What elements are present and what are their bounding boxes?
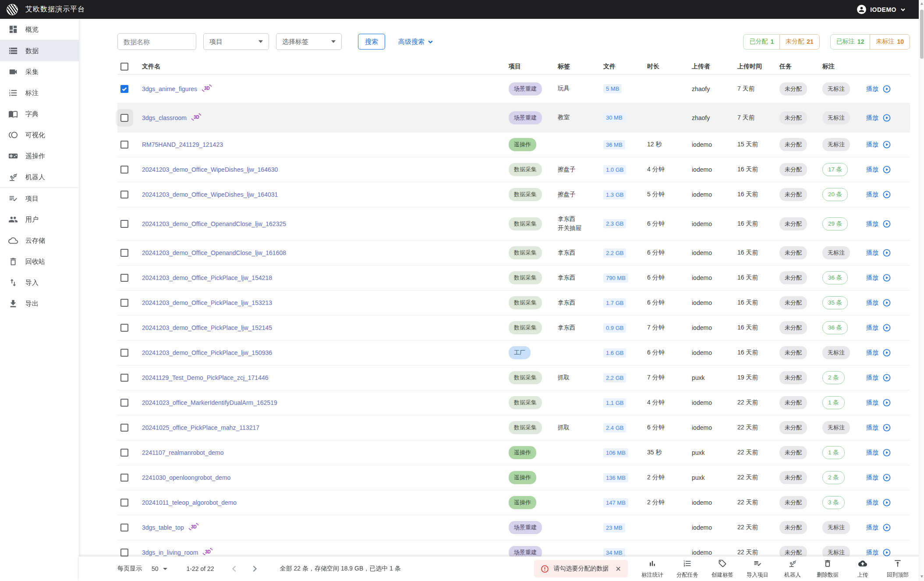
row-checkbox[interactable] [120,274,128,282]
sidebar-item-import[interactable]: 导入 [0,272,79,293]
row-checkbox[interactable] [120,524,128,531]
file-name-link[interactable]: 20241203_demo_Office_WipeDishes_ljw_1646… [142,166,278,173]
toast-close-button[interactable]: ✕ [616,565,621,573]
sidebar-item-user[interactable]: 用户 [0,209,79,230]
row-checkbox[interactable] [120,85,128,93]
per-page-select[interactable]: 50 [152,565,167,572]
sidebar-item-teleop[interactable]: 遥操作 [0,145,79,167]
file-size-link[interactable]: 2.2 GB [603,373,626,383]
play-button[interactable]: 播放 [866,220,910,228]
play-button[interactable]: 播放 [866,498,910,507]
play-button[interactable]: 播放 [866,113,910,122]
row-checkbox[interactable] [120,549,128,556]
play-button[interactable]: 播放 [866,373,910,382]
upload-button[interactable]: 上传 [845,559,880,579]
vertical-scrollbar[interactable] [919,0,924,581]
file-name-link[interactable]: 3dgs_table_top [142,524,184,531]
file-name-link[interactable]: 20241203_demo_Office_WipeDishes_ljw_1640… [142,191,278,198]
file-size-link[interactable]: 147 MB [603,498,628,507]
labeled-badge[interactable]: 已标注 12 [830,34,871,50]
play-button[interactable]: 播放 [866,248,910,257]
row-checkbox[interactable] [120,424,128,432]
play-button[interactable]: 播放 [866,548,910,556]
row-checkbox[interactable] [120,220,128,228]
sidebar-item-cloud-storage[interactable]: 云存储 [0,230,79,251]
unassigned-badge[interactable]: 未分配 21 [779,34,820,50]
file-name-link[interactable]: 20241023_office_MarkerIdentifyDualArm_16… [142,399,277,406]
scroll-up-arrow-icon[interactable] [920,2,923,5]
advanced-search-button[interactable]: 高级搜索 [398,38,433,46]
file-name-link[interactable]: RM75HAND_241129_121423 [142,141,223,148]
file-name-link[interactable]: 3dgs_in_living_room [142,549,198,556]
file-size-link[interactable]: 30 MB [603,113,625,122]
scrollbar-thumb[interactable] [920,10,924,59]
file-name-link[interactable]: 20241203_demo_Office_PickPlace_ljw_15214… [142,324,272,331]
play-button[interactable]: 播放 [866,523,910,532]
back-to-top-button[interactable]: 回到顶部 [880,559,915,579]
sidebar-item-visualization[interactable]: 可视化 [0,124,79,145]
assign-task-button[interactable]: 分配任务 [670,559,705,579]
sidebar-item-overview[interactable]: 概览 [0,19,79,40]
file-size-link[interactable]: 23 MB [603,523,625,532]
file-name-link[interactable]: 20241203_demo_Office_OpenandClose_ljw_16… [142,220,286,227]
robot-button[interactable]: 机器人 [775,559,810,579]
file-name-link[interactable]: 20241129_Test_Demo_PickPlace_zcj_171446 [142,374,269,381]
file-name-link[interactable]: 2241107_realmanrobot_demo [142,449,224,456]
file-size-link[interactable]: 5 MB [603,84,622,93]
row-checkbox[interactable] [120,141,128,149]
play-button[interactable]: 播放 [866,190,910,199]
file-size-link[interactable]: 790 MB [603,273,628,283]
sidebar-item-data[interactable]: 数据 [0,40,79,61]
data-name-input[interactable] [117,33,196,50]
play-button[interactable]: 播放 [866,423,910,432]
play-button[interactable]: 播放 [866,140,910,149]
file-size-link[interactable]: 2.3 GB [603,219,626,228]
file-size-link[interactable]: 1.6 GB [603,348,626,358]
file-name-link[interactable]: 20241011_teleop_algorobot_demo [142,499,237,506]
sidebar-item-annotate[interactable]: 标注 [0,82,79,103]
play-button[interactable]: 播放 [866,473,910,482]
file-name-link[interactable]: 3dgs_anime_figures [142,85,197,92]
row-checkbox[interactable] [120,191,128,198]
play-button[interactable]: 播放 [866,323,910,332]
sidebar-item-recycle-bin[interactable]: 回收站 [0,251,79,272]
row-checkbox[interactable] [120,499,128,507]
row-checkbox[interactable] [120,324,128,332]
play-button[interactable]: 播放 [866,348,910,357]
file-size-link[interactable]: 1.7 GB [603,298,626,308]
file-name-link[interactable]: 20241203_demo_Office_OpenandClose_ljw_16… [142,249,286,256]
sidebar-item-dictionary[interactable]: 字典 [0,103,79,124]
file-name-link[interactable]: 20241025_office_PickPlace_mahz_113217 [142,424,259,431]
sidebar-item-robot[interactable]: 机器人 [0,167,79,188]
file-size-link[interactable]: 2.2 GB [603,248,626,258]
play-button[interactable]: 播放 [866,448,910,457]
row-checkbox[interactable] [120,449,128,457]
row-checkbox[interactable] [120,349,128,357]
row-checkbox[interactable] [120,249,128,257]
file-size-link[interactable]: 2.4 GB [603,423,626,432]
sidebar-item-collect[interactable]: 采集 [0,61,79,82]
play-button[interactable]: 播放 [866,165,910,174]
next-page-button[interactable] [250,564,259,573]
file-size-link[interactable]: 106 MB [603,448,628,457]
file-size-link[interactable]: 1.3 GB [603,190,626,199]
label-stats-button[interactable]: 标注统计 [635,559,670,579]
file-name-link[interactable]: 20241203_demo_Office_PickPlace_ljw_15421… [142,274,272,281]
row-checkbox[interactable] [120,474,128,482]
file-name-link[interactable]: 2241030_openloongrobot_demo [142,474,230,481]
file-size-link[interactable]: 1.1 GB [603,398,626,407]
sidebar-item-project[interactable]: 项目 [0,188,79,209]
search-button[interactable]: 搜索 [358,34,385,50]
delete-data-button[interactable]: 删除数据 [810,559,845,579]
file-size-link[interactable]: 36 MB [603,140,625,149]
project-select[interactable]: 项目 [203,33,269,50]
import-project-button[interactable]: 导入项目 [740,559,775,579]
file-size-link[interactable]: 0.9 GB [603,323,626,333]
row-checkbox[interactable] [120,399,128,407]
user-menu[interactable]: IODEMO [857,5,906,14]
row-checkbox[interactable] [120,299,128,307]
play-button[interactable]: 播放 [866,298,910,307]
play-button[interactable]: 播放 [866,85,910,93]
file-size-link[interactable]: 34 MB [603,548,625,557]
sidebar-item-export[interactable]: 导出 [0,293,79,314]
